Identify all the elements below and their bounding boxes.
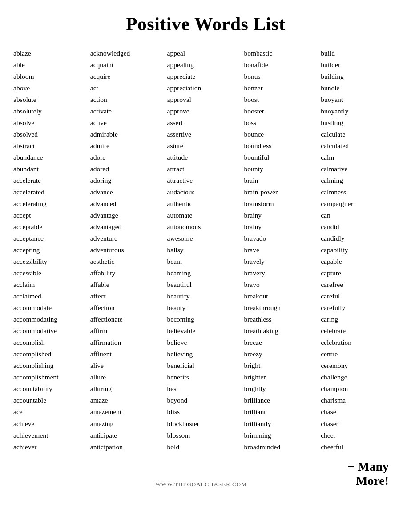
- word-item: beautify: [167, 291, 244, 302]
- word-item: calculated: [321, 141, 398, 151]
- word-item: centre: [321, 349, 398, 359]
- word-item: acknowledged: [90, 48, 167, 59]
- word-item: admire: [90, 141, 167, 151]
- word-item: bombastic: [244, 48, 321, 59]
- word-item: builder: [321, 60, 398, 70]
- word-item: chaser: [321, 419, 398, 429]
- word-item: audacious: [167, 187, 244, 197]
- word-item: candidly: [321, 233, 398, 244]
- bottom-row: WWW.THEGOALCHASER.COM + Many More!: [9, 457, 402, 488]
- word-item: bonus: [244, 71, 321, 82]
- word-item: absolve: [13, 117, 90, 128]
- word-item: brimming: [244, 430, 321, 441]
- word-item: capability: [321, 245, 398, 255]
- word-item: assertive: [167, 129, 244, 140]
- word-item: acquire: [90, 71, 167, 82]
- word-item: accommodate: [13, 302, 90, 313]
- word-item: affable: [90, 279, 167, 290]
- word-item: amazement: [90, 407, 167, 417]
- word-item: affability: [90, 268, 167, 278]
- word-item: accept: [13, 210, 90, 221]
- word-item: breathless: [244, 314, 321, 325]
- word-item: bounce: [244, 129, 321, 140]
- page-title: Positive Words List: [9, 13, 402, 35]
- word-item: advanced: [90, 198, 167, 209]
- word-item: aesthetic: [90, 256, 167, 267]
- word-item: activate: [90, 106, 167, 117]
- word-item: accomplished: [13, 349, 90, 359]
- word-item: bravely: [244, 256, 321, 267]
- word-item: abloom: [13, 71, 90, 82]
- word-item: brighten: [244, 372, 321, 383]
- footer-url: WWW.THEGOALCHASER.COM: [89, 481, 314, 488]
- word-column-col4: bombasticbonafidebonusbonzerboostbooster…: [244, 48, 321, 452]
- word-item: achievement: [13, 430, 90, 441]
- word-item: caring: [321, 314, 398, 325]
- word-item: becoming: [167, 314, 244, 325]
- word-item: breakthrough: [244, 302, 321, 313]
- word-item: ceremony: [321, 360, 398, 371]
- word-item: careful: [321, 291, 398, 302]
- word-item: carefree: [321, 279, 398, 290]
- word-column-col3: appealappealingappreciateappreciationapp…: [167, 48, 244, 452]
- word-item: awesome: [167, 233, 244, 244]
- word-item: approval: [167, 94, 244, 105]
- word-item: authentic: [167, 198, 244, 209]
- word-item: achiever: [13, 442, 90, 452]
- word-item: celebration: [321, 337, 398, 348]
- word-item: charisma: [321, 395, 398, 406]
- word-item: breezy: [244, 349, 321, 359]
- word-item: admirable: [90, 129, 167, 140]
- word-item: calm: [321, 152, 398, 163]
- word-item: campaigner: [321, 198, 398, 209]
- word-item: brave: [244, 245, 321, 255]
- word-item: challenge: [321, 372, 398, 383]
- word-item: accepting: [13, 245, 90, 255]
- word-item: alluring: [90, 383, 167, 394]
- word-item: boost: [244, 94, 321, 105]
- words-container: ablazeableabloomaboveabsoluteabsolutelya…: [9, 48, 402, 452]
- word-item: absolutely: [13, 106, 90, 117]
- word-item: accomplishment: [13, 372, 90, 383]
- word-item: bravado: [244, 233, 321, 244]
- word-item: brainstorm: [244, 198, 321, 209]
- word-item: beaming: [167, 268, 244, 278]
- word-item: accommodative: [13, 326, 90, 336]
- word-item: bliss: [167, 407, 244, 417]
- word-item: adventure: [90, 233, 167, 244]
- word-item: breakout: [244, 291, 321, 302]
- word-item: affirm: [90, 326, 167, 336]
- word-item: able: [13, 60, 90, 70]
- word-item: best: [167, 383, 244, 394]
- word-item: accessible: [13, 268, 90, 278]
- word-item: amazing: [90, 419, 167, 429]
- word-item: accelerating: [13, 198, 90, 209]
- word-item: accountability: [13, 383, 90, 394]
- word-item: ballsy: [167, 245, 244, 255]
- word-item: accommodating: [13, 314, 90, 325]
- word-item: abundant: [13, 164, 90, 174]
- word-column-col2: acknowledgedacquaintacquireactactionacti…: [90, 48, 167, 452]
- word-item: abstract: [13, 141, 90, 151]
- word-item: beauty: [167, 302, 244, 313]
- word-item: believe: [167, 337, 244, 348]
- word-column-col1: ablazeableabloomaboveabsoluteabsolutelya…: [13, 48, 90, 452]
- word-item: automate: [167, 210, 244, 221]
- word-item: broadminded: [244, 442, 321, 452]
- word-item: appreciation: [167, 83, 244, 93]
- word-item: adored: [90, 164, 167, 174]
- word-item: affluent: [90, 349, 167, 359]
- word-item: action: [90, 94, 167, 105]
- word-item: ablaze: [13, 48, 90, 59]
- word-item: buoyantly: [321, 106, 398, 117]
- word-item: beam: [167, 256, 244, 267]
- word-item: advance: [90, 187, 167, 197]
- word-item: capture: [321, 268, 398, 278]
- word-item: accelerate: [13, 175, 90, 186]
- word-item: attitude: [167, 152, 244, 163]
- word-item: believable: [167, 326, 244, 336]
- word-item: advantaged: [90, 222, 167, 232]
- word-item: acceptance: [13, 233, 90, 244]
- word-item: bravo: [244, 279, 321, 290]
- word-item: candid: [321, 222, 398, 232]
